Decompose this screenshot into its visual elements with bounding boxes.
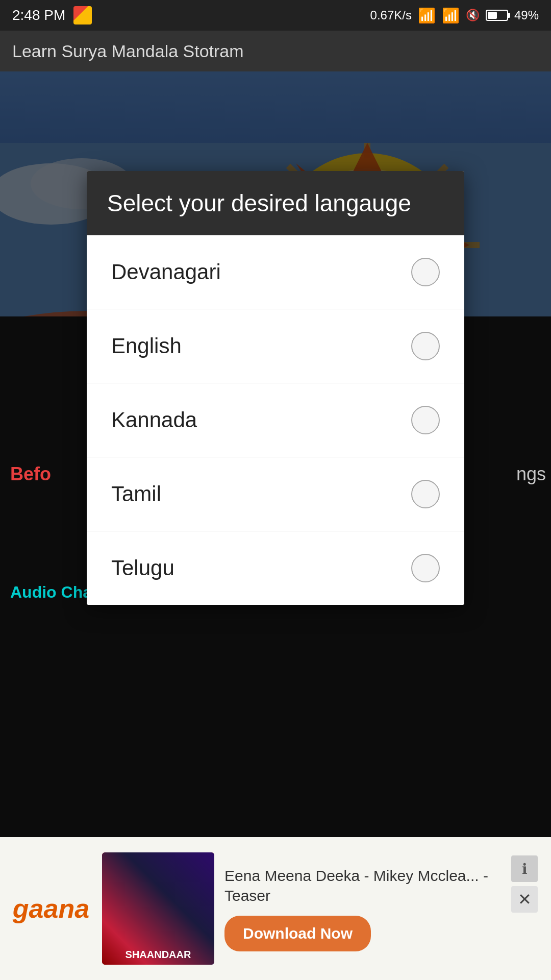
language-item-english[interactable]: English <box>87 309 464 383</box>
radio-tamil[interactable] <box>411 480 440 508</box>
ad-info-icon[interactable]: ℹ <box>511 855 538 882</box>
app-header: Learn Surya Mandala Stotram <box>0 31 551 71</box>
network-speed: 0.67K/s <box>370 8 412 22</box>
gaana-logo: gaana <box>0 847 102 970</box>
ad-song-title: Eena Meena Deeka - Mikey Mcclea... - Tea… <box>224 866 501 905</box>
ad-close-icon[interactable]: ✕ <box>511 886 538 913</box>
language-label-tamil: Tamil <box>111 482 161 506</box>
wifi-icon: 📶 <box>418 7 436 24</box>
download-now-button[interactable]: Download Now <box>224 916 371 951</box>
status-bar: 2:48 PM 0.67K/s 📶 📶 🔇 49% <box>0 0 551 31</box>
gaana-brand-text: gaana <box>13 893 89 924</box>
language-modal-overlay: Select your desired langauge Devanagari … <box>0 71 551 612</box>
language-label-devanagari: Devanagari <box>111 260 221 284</box>
language-item-telugu[interactable]: Telugu <box>87 531 464 605</box>
status-left: 2:48 PM <box>12 6 92 24</box>
language-label-kannada: Kannada <box>111 408 197 432</box>
signal-icon: 📶 <box>442 7 460 24</box>
ad-album-art: SHAANDAAR <box>102 852 214 965</box>
modal-header: Select your desired langauge <box>87 171 464 235</box>
radio-english[interactable] <box>411 332 440 360</box>
ad-content: Eena Meena Deeka - Mikey Mcclea... - Tea… <box>214 866 511 951</box>
language-item-devanagari[interactable]: Devanagari <box>87 235 464 309</box>
mute-icon: 🔇 <box>466 9 480 22</box>
modal-body: Devanagari English Kannada Tamil <box>87 235 464 605</box>
app-title: Learn Surya Mandala Stotram <box>12 41 244 61</box>
album-name: SHAANDAAR <box>126 949 191 961</box>
status-right: 0.67K/s 📶 📶 🔇 49% <box>370 7 539 24</box>
radio-kannada[interactable] <box>411 406 440 434</box>
modal-title: Select your desired langauge <box>107 190 411 216</box>
language-item-tamil[interactable]: Tamil <box>87 457 464 531</box>
battery-icon <box>486 10 508 21</box>
gmail-icon <box>73 6 92 24</box>
radio-devanagari[interactable] <box>411 258 440 286</box>
battery-percent: 49% <box>514 8 539 22</box>
ad-bar: gaana SHAANDAAR Eena Meena Deeka - Mikey… <box>0 837 551 980</box>
language-modal: Select your desired langauge Devanagari … <box>87 171 464 605</box>
status-time: 2:48 PM <box>12 7 65 23</box>
language-label-telugu: Telugu <box>111 556 174 580</box>
language-item-kannada[interactable]: Kannada <box>87 383 464 457</box>
radio-telugu[interactable] <box>411 554 440 582</box>
ad-icons-col: ℹ ✕ <box>511 847 551 913</box>
language-label-english: English <box>111 334 182 358</box>
